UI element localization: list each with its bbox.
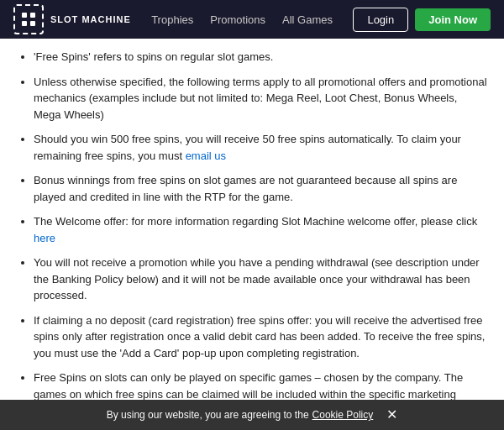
item-text: 'Free Spins' refers to spins on regular … xyxy=(34,50,273,63)
list-item: Should you win 500 free spins, you will … xyxy=(34,131,487,164)
logo-area: SLOT MACHINE xyxy=(13,4,131,34)
item-text: You will not receive a promotion while y… xyxy=(34,256,480,302)
email-us-link[interactable]: email us xyxy=(186,149,226,162)
svg-rect-0 xyxy=(22,13,27,18)
login-button[interactable]: Login xyxy=(353,8,408,32)
item-text: Bonus winnings from free spins on slot g… xyxy=(34,174,457,203)
list-item: The Welcome offer: for more information … xyxy=(34,213,487,246)
item-text: Free Spins on slots can only be played o… xyxy=(34,371,463,400)
list-item: 'Free Spins' refers to spins on regular … xyxy=(34,49,487,66)
main-content: 'Free Spins' refers to spins on regular … xyxy=(0,39,504,400)
list-item: If claiming a no deposit (card registrat… xyxy=(34,312,487,362)
here-link[interactable]: here xyxy=(34,232,55,244)
svg-rect-1 xyxy=(30,13,35,18)
terms-list: 'Free Spins' refers to spins on regular … xyxy=(17,49,487,400)
item-text-before: Should you win 500 free spins, you will … xyxy=(34,133,461,162)
logo-text: SLOT MACHINE xyxy=(50,13,131,25)
header-actions: Login Join Now xyxy=(353,8,491,32)
item-text: If claiming a no deposit (card registrat… xyxy=(34,314,485,359)
nav-all-games[interactable]: All Games xyxy=(282,13,333,26)
nav-trophies[interactable]: Trophies xyxy=(151,13,193,26)
svg-rect-2 xyxy=(22,21,27,26)
nav-promotions[interactable]: Promotions xyxy=(210,13,265,26)
list-item: You will not receive a promotion while y… xyxy=(34,254,487,304)
logo-icon xyxy=(13,4,44,34)
list-item: Free Spins on slots can only be played o… xyxy=(34,370,487,400)
list-item: Bonus winnings from free spins on slot g… xyxy=(34,172,487,205)
item-text-before: The Welcome offer: for more information … xyxy=(34,215,477,228)
join-button[interactable]: Join Now xyxy=(415,8,491,31)
main-nav: Trophies Promotions All Games xyxy=(131,13,354,26)
list-item: Unless otherwise specified, the followin… xyxy=(34,74,487,123)
svg-rect-3 xyxy=(30,21,35,26)
cookie-policy-link[interactable]: Cookie Policy xyxy=(312,409,374,421)
item-text: Unless otherwise specified, the followin… xyxy=(34,76,487,121)
header: SLOT MACHINE Trophies Promotions All Gam… xyxy=(0,0,504,39)
cookie-close-button[interactable]: ✕ xyxy=(386,408,397,422)
cookie-text-before: By using our website, you are agreeing t… xyxy=(107,409,309,421)
cookie-bar: By using our website, you are agreeing t… xyxy=(0,400,504,430)
